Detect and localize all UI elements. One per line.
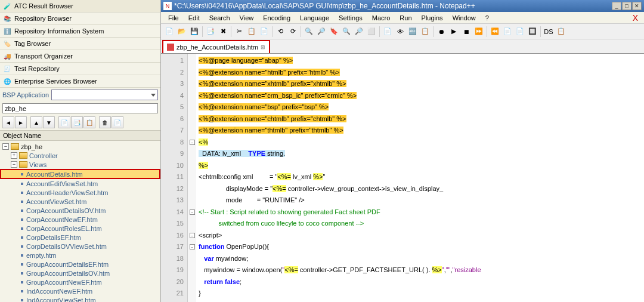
tree-row[interactable]: IndAccountViewSet.htm	[0, 295, 160, 302]
toolbar-button[interactable]: 📄	[163, 26, 175, 38]
tree-row[interactable]: −Views	[0, 160, 160, 169]
fold-gutter[interactable]: ----	[188, 54, 196, 302]
toolbar-label: Transport Organizer	[14, 53, 73, 60]
menu-?[interactable]: ?	[481, 13, 494, 23]
toolbar-button[interactable]: ⬜	[366, 26, 377, 38]
bullet-icon	[21, 245, 23, 248]
toolbar-item[interactable]: 🚚Transport Organizer	[0, 50, 160, 63]
file-tab[interactable]: zbp_he_AccountDetails.htm ⊠	[162, 40, 270, 53]
object-tree[interactable]: −zbp_he+Controller−ViewsAccountDetails.h…	[0, 141, 160, 302]
tree-row[interactable]: +Controller	[0, 151, 160, 160]
toolbar-button[interactable]: ▶	[448, 26, 460, 38]
tree-row[interactable]: AccountViewSet.htm	[0, 197, 160, 206]
tree-row[interactable]: empty.htm	[0, 251, 160, 260]
tree-row[interactable]: CorpAccountDetailsOV.htm	[0, 206, 160, 215]
maximize-button[interactable]: □	[622, 2, 631, 10]
menu-search[interactable]: Search	[205, 13, 235, 23]
toolbar-button[interactable]: 📋	[555, 26, 567, 38]
toolbar-button[interactable]: 🔤	[407, 26, 419, 38]
menu-encoding[interactable]: Encoding	[258, 13, 295, 23]
menu-window[interactable]: Window	[448, 13, 481, 23]
toolbar-button[interactable]: ⏺	[435, 26, 447, 38]
menu-macro[interactable]: Macro	[367, 13, 395, 23]
toolbar-button[interactable]: 📄	[258, 26, 270, 38]
toolbar-button[interactable]: 🔲	[527, 26, 538, 38]
toolbar-button[interactable]: ⏩	[473, 26, 485, 38]
minimize-button[interactable]: _	[612, 2, 621, 10]
collapse-icon[interactable]: −	[2, 143, 9, 150]
tool1-button[interactable]: 📑	[71, 116, 83, 128]
sap-mini-toolbar: ◄ ► ▲ ▼ 📄 📑 📋 🗑 📄	[0, 115, 160, 130]
toolbar-item[interactable]: ℹ️Repository Information System	[0, 25, 160, 38]
close-tab-icon[interactable]: ⊠	[261, 44, 265, 50]
tree-row[interactable]: CorpDetailsOVViewSet.htm	[0, 242, 160, 251]
toolbar-button[interactable]: 📑	[205, 26, 216, 38]
tree-row[interactable]: CorpDetailsEF.htm	[0, 233, 160, 242]
tree-row[interactable]: AccountEditViewSet.htm	[0, 179, 160, 188]
bsp-app-input[interactable]	[2, 103, 158, 113]
tree-row[interactable]: GroupAccountDetailsOV.htm	[0, 269, 160, 278]
tree-label: CorpDetailsOVViewSet.htm	[26, 243, 107, 250]
tool4-button[interactable]: 📄	[112, 116, 123, 128]
tree-row[interactable]: GroupAccountDetailsEF.htm	[0, 260, 160, 269]
close-doc-button[interactable]: X	[629, 13, 642, 23]
toolbar-button[interactable]: DS	[543, 26, 555, 38]
tool3-button[interactable]: 🗑	[99, 116, 111, 128]
tree-row[interactable]: CorpAccountRolesEL.htm	[0, 224, 160, 233]
exec-button[interactable]: 📄	[58, 116, 70, 128]
toolbar-button[interactable]: 💾	[188, 26, 200, 38]
toolbar-button[interactable]: 🔍	[340, 26, 352, 38]
tree-row[interactable]: AccountDetails.htm	[0, 169, 160, 179]
toolbar-button[interactable]: ✂	[233, 26, 245, 38]
nav-back-button[interactable]: ◄	[2, 116, 14, 128]
tree-row[interactable]: IndAccountNewEF.htm	[0, 286, 160, 295]
window-titlebar[interactable]: N *C:\Users\i042416\AppData\Local\SAP\SA…	[161, 0, 644, 12]
menu-plugins[interactable]: Plugins	[417, 13, 448, 23]
toolbar-button[interactable]: ✖	[217, 26, 229, 38]
toolbar-button[interactable]: 🔖	[328, 26, 340, 38]
toolbar-button[interactable]: 🔎	[315, 26, 327, 38]
tree-row[interactable]: AccountHeaderViewSet.htm	[0, 188, 160, 197]
toolbar-button[interactable]: 🔎	[353, 26, 365, 38]
toolbar-button[interactable]: 👁	[394, 26, 406, 38]
menu-view[interactable]: View	[235, 13, 259, 23]
menu-edit[interactable]: Edit	[184, 13, 205, 23]
close-button[interactable]: ✕	[632, 2, 642, 10]
nav-down-button[interactable]: ▼	[43, 116, 55, 128]
menu-settings[interactable]: Settings	[334, 13, 367, 23]
toolbar-item[interactable]: 🌐Enterprise Services Browser	[0, 75, 160, 88]
tree-row[interactable]: GroupAccountNewEF.htm	[0, 278, 160, 286]
toolbar-label: Repository Browser	[14, 15, 72, 22]
toolbar-button[interactable]: 📄	[514, 26, 526, 38]
toolbar-button[interactable]: ⟲	[274, 26, 286, 38]
collapse-icon[interactable]: −	[11, 161, 17, 168]
code-area[interactable]: <%@page language="abap" %><%@extension n…	[196, 54, 644, 302]
tree-row[interactable]: CorpAccountNewEF.htm	[0, 215, 160, 224]
tool2-button[interactable]: 📋	[83, 116, 95, 128]
menu-language[interactable]: Language	[295, 13, 334, 23]
toolbar-item[interactable]: 🧾Test Repository	[0, 63, 160, 75]
toolbar-item[interactable]: 🏷️Tag Browser	[0, 38, 160, 50]
bullet-icon	[21, 183, 23, 185]
tree-row[interactable]: −zbp_he	[0, 142, 160, 151]
toolbar-button[interactable]: 📄	[382, 26, 394, 38]
toolbar-button[interactable]: ⟳	[287, 26, 299, 38]
nav-up-button[interactable]: ▲	[30, 116, 42, 128]
toolbar-button[interactable]: 📋	[419, 26, 431, 38]
toolbar-item[interactable]: 🧪ATC Result Browser	[0, 0, 160, 13]
file-icon	[167, 44, 174, 51]
filter-dropdown[interactable]	[51, 90, 158, 100]
nav-fwd-button[interactable]: ►	[15, 116, 27, 128]
toolbar-button[interactable]: 📄	[501, 26, 513, 38]
toolbar-button[interactable]: 📂	[176, 26, 188, 38]
toolbar-item[interactable]: 📚Repository Browser	[0, 13, 160, 25]
menu-run[interactable]: Run	[395, 13, 416, 23]
expand-icon[interactable]: +	[11, 152, 17, 159]
bullet-icon	[21, 192, 23, 194]
toolbar-button[interactable]: ⏹	[460, 26, 472, 38]
code-editor[interactable]: 123456789101112131415161718192021 ---- <…	[161, 54, 644, 302]
toolbar-button[interactable]: 🔍	[303, 26, 315, 38]
toolbar-button[interactable]: ⏪	[489, 26, 501, 38]
menu-file[interactable]: File	[163, 13, 184, 23]
toolbar-button[interactable]: 📋	[246, 26, 258, 38]
